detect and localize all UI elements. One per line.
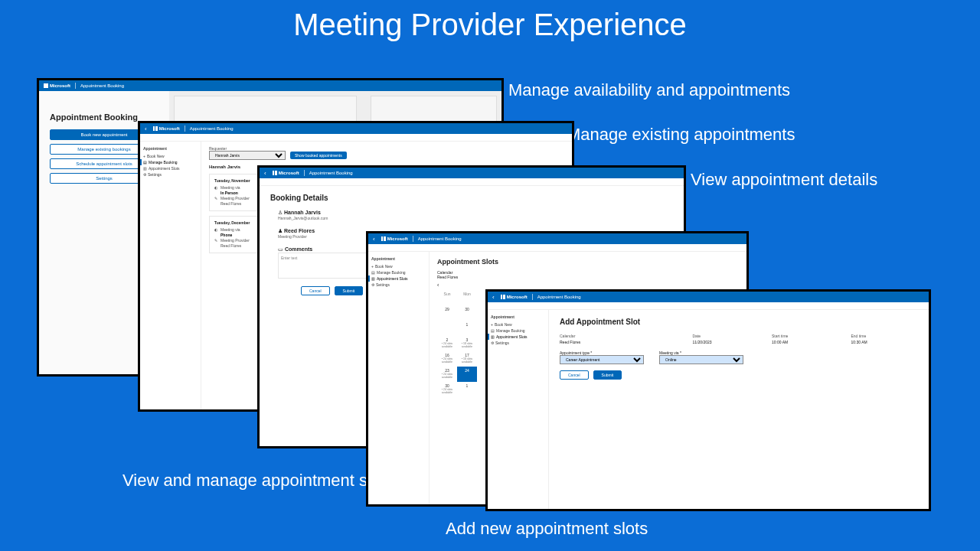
slots-title: Appointment Slots <box>437 258 739 266</box>
show-booked-button[interactable]: Show booked appointments <box>290 152 347 159</box>
requester-name: Hannah Jarvis <box>209 165 240 169</box>
calendar-grid[interactable]: SunMon 2930 1 2• 24 slots available3• 10… <box>437 290 477 397</box>
caption-manage-availability: Manage availability and appointments <box>508 80 790 100</box>
screenshot-add-slot: ‹MicrosoftAppointment Booking Appointmen… <box>485 289 931 511</box>
back-icon[interactable]: ‹ <box>145 126 147 132</box>
appointment-type-select[interactable]: Career Appointment <box>560 355 644 364</box>
booking-details-title: Booking Details <box>270 194 673 202</box>
sidebar-item-manage-booking[interactable]: ▤ Manage Booking <box>371 269 426 276</box>
date-value: 11/20/2023 <box>693 340 760 344</box>
submit-button[interactable]: Submit <box>593 370 622 380</box>
caption-add-slots: Add new appointment slots <box>446 519 648 539</box>
submit-button[interactable]: Submit <box>335 286 364 295</box>
calendar-value: Reed Flores <box>560 340 681 344</box>
back-icon[interactable]: ‹ <box>264 170 266 177</box>
app-title: Appointment Booking <box>80 83 124 88</box>
sidebar-item-appointment-slots[interactable]: ▥ Appointment Slots <box>488 334 545 340</box>
microsoft-logo: Microsoft <box>44 83 70 88</box>
cancel-button[interactable]: Cancel <box>301 286 330 295</box>
calendar-prev-icon[interactable]: ‹ <box>437 282 739 288</box>
end-time-value: 10:30 AM <box>851 340 919 344</box>
comment-icon: ▭ <box>278 246 283 252</box>
caption-view-slots: View and manage appointment slots <box>122 471 394 491</box>
calendar-value: Reed Flores <box>437 275 739 279</box>
slide-title: Meeting Provider Experience <box>0 8 980 42</box>
meeting-via-select[interactable]: Online <box>659 355 743 364</box>
cancel-button[interactable]: Cancel <box>560 370 589 380</box>
person-icon: ♙ <box>278 210 283 215</box>
requester-select[interactable]: Hannah Jarvis <box>209 151 286 160</box>
sidebar-item-appointment-slots[interactable]: ▥ Appointment Slots <box>368 276 426 282</box>
sidebar-item-settings[interactable]: ⚙ Settings <box>491 340 545 346</box>
sidebar-item-appointment-slots[interactable]: ▥ Appointment Slots <box>143 165 198 171</box>
caption-view-details: View appointment details <box>691 170 877 190</box>
sidebar: Appointment + Book New ▤ Manage Booking … <box>140 142 201 409</box>
start-time-value: 10:00 AM <box>772 340 839 344</box>
sidebar-item-manage-booking[interactable]: ▤ Manage Booking <box>140 159 198 165</box>
sidebar-item-book-new[interactable]: + Book New <box>491 321 545 328</box>
sidebar-item-book-new[interactable]: + Book New <box>371 263 426 269</box>
sidebar-item-book-new[interactable]: + Book New <box>143 153 198 159</box>
window-topbar: Microsoft Appointment Booking <box>39 80 501 91</box>
sidebar-item-settings[interactable]: ⚙ Settings <box>143 171 198 178</box>
caption-manage-existing: Manage existing appointments <box>567 125 795 145</box>
sidebar-item-manage-booking[interactable]: ▤ Manage Booking <box>491 328 545 334</box>
provider-icon: ♟ <box>278 228 283 233</box>
back-icon[interactable]: ‹ <box>492 294 495 301</box>
back-icon[interactable]: ‹ <box>373 236 375 243</box>
add-slot-title: Add Appointment Slot <box>560 318 918 326</box>
sidebar-item-settings[interactable]: ⚙ Settings <box>371 282 426 288</box>
